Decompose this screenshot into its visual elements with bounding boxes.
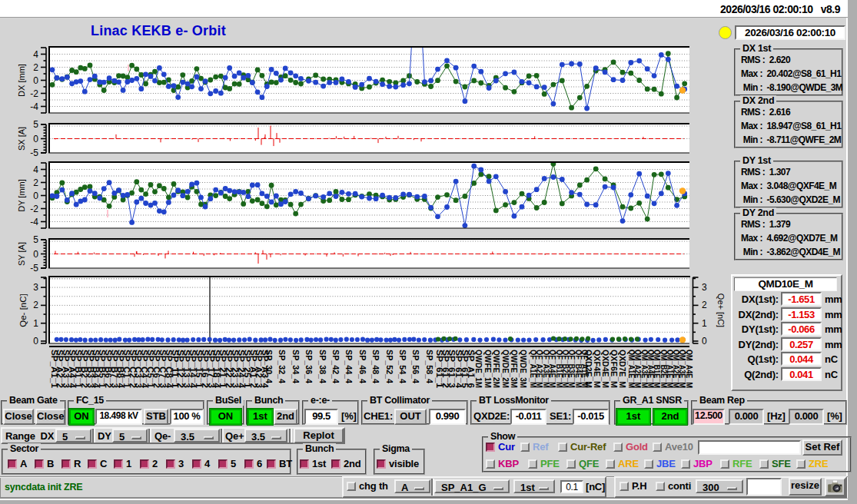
svg-text:1: 1 bbox=[702, 318, 707, 329]
svg-text:SP_A1_6: SP_A1_6 bbox=[467, 350, 475, 389]
svg-text:SP_52_4: SP_52_4 bbox=[385, 350, 394, 383]
svg-text:1: 1 bbox=[33, 318, 38, 329]
svg-text:2: 2 bbox=[33, 300, 38, 310]
svg-text:QM_A4E_M: QM_A4E_M bbox=[685, 350, 693, 388]
svg-text:SP_46_4: SP_46_4 bbox=[358, 350, 367, 383]
svg-text:-2: -2 bbox=[30, 204, 38, 214]
svg-text:SP_42_4: SP_42_4 bbox=[331, 350, 340, 383]
svg-text:SP_34_4: SP_34_4 bbox=[291, 350, 300, 383]
svg-text:3: 3 bbox=[33, 282, 38, 293]
svg-text:SP_36_4: SP_36_4 bbox=[304, 350, 313, 383]
svg-text:-4: -4 bbox=[30, 217, 38, 227]
svg-text:SY [A]: SY [A] bbox=[17, 242, 26, 266]
svg-text:2: 2 bbox=[33, 62, 38, 73]
svg-text:5: 5 bbox=[33, 119, 38, 130]
svg-text:-5: -5 bbox=[30, 263, 38, 274]
svg-text:0: 0 bbox=[33, 134, 38, 144]
svg-text:0: 0 bbox=[33, 191, 38, 201]
svg-text:3: 3 bbox=[702, 282, 707, 293]
svg-text:QWDE_2M: QWDE_2M bbox=[501, 350, 510, 388]
svg-text:DX [mm]: DX [mm] bbox=[17, 64, 26, 97]
svg-text:-5: -5 bbox=[30, 148, 38, 158]
svg-text:SP_58_4: SP_58_4 bbox=[425, 350, 433, 383]
svg-text:Qe+ [nC]: Qe+ [nC] bbox=[716, 293, 726, 327]
svg-text:QWDE_1M: QWDE_1M bbox=[474, 350, 483, 388]
svg-text:QWFE_1M: QWFE_1M bbox=[483, 350, 492, 388]
svg-text:0: 0 bbox=[33, 75, 38, 86]
svg-text:SP_38_4: SP_38_4 bbox=[318, 350, 327, 383]
svg-text:0: 0 bbox=[33, 336, 38, 346]
svg-text:0: 0 bbox=[702, 336, 707, 346]
svg-text:SX [A]: SX [A] bbox=[17, 127, 26, 151]
svg-text:0: 0 bbox=[33, 249, 38, 260]
svg-text:QXF4E_M: QXF4E_M bbox=[593, 350, 601, 388]
svg-text:QXF6E_M: QXF6E_M bbox=[610, 350, 618, 388]
svg-text:SP_56_4: SP_56_4 bbox=[411, 350, 420, 383]
svg-text:QXD4E_M: QXD4E_M bbox=[601, 350, 610, 388]
svg-text:QWFE_3M: QWFE_3M bbox=[510, 350, 518, 388]
svg-text:-2: -2 bbox=[30, 88, 38, 99]
svg-text:Qe- [nC]: Qe- [nC] bbox=[18, 293, 28, 327]
svg-text:QXD2E_M: QXD2E_M bbox=[584, 350, 593, 388]
svg-text:QXD7E_M: QXD7E_M bbox=[618, 350, 626, 388]
svg-text:SP_32_4: SP_32_4 bbox=[277, 350, 286, 383]
svg-text:-4: -4 bbox=[30, 101, 38, 112]
svg-text:QWFE_2M: QWFE_2M bbox=[492, 350, 500, 388]
svg-text:4: 4 bbox=[33, 164, 38, 175]
svg-text:DY [mm]: DY [mm] bbox=[17, 179, 26, 212]
svg-text:SP_54_4: SP_54_4 bbox=[398, 350, 407, 383]
svg-text:SP_44_4: SP_44_4 bbox=[344, 350, 353, 383]
svg-text:4: 4 bbox=[33, 49, 38, 60]
svg-text:2: 2 bbox=[702, 300, 707, 310]
svg-text:SP_48_4: SP_48_4 bbox=[371, 350, 380, 383]
svg-text:QWDE_3M: QWDE_3M bbox=[519, 350, 527, 388]
svg-text:SP_30_4: SP_30_4 bbox=[264, 350, 273, 383]
svg-text:2: 2 bbox=[33, 177, 38, 188]
svg-text:5: 5 bbox=[33, 234, 38, 245]
